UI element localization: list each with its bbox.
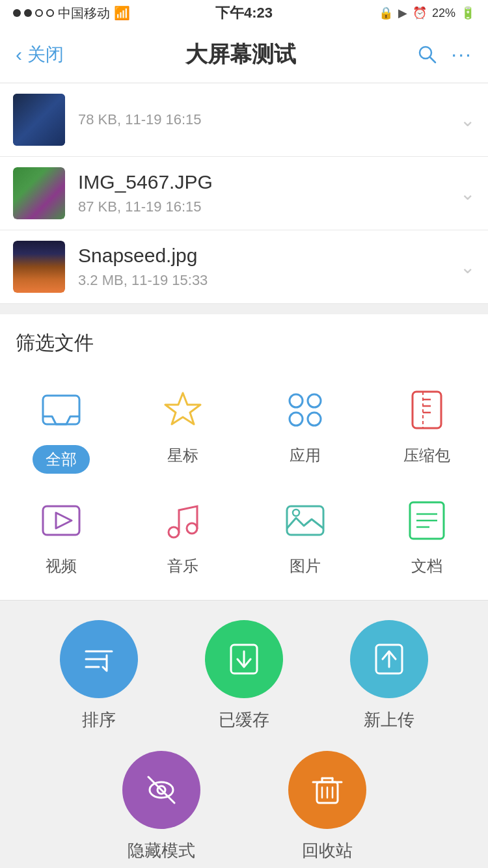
filter-item-apps[interactable]: 应用 [244,373,366,484]
filter-item-document[interactable]: 文档 [366,484,489,587]
action-section: 排序 已缓存 新上传 [0,601,488,868]
svg-rect-17 [287,506,323,535]
star-icon [157,384,209,436]
file-meta: 3.2 MB, 11-19 15:33 [78,272,460,289]
dot3 [35,9,43,17]
chevron-down-icon: ⌄ [460,109,475,131]
filter-label-apps: 应用 [290,445,321,466]
upload-circle [350,620,428,698]
apps-icon [279,384,331,436]
svg-point-6 [290,413,303,426]
filter-item-music[interactable]: 音乐 [122,484,245,587]
battery-label: 22% [432,7,455,20]
filter-label-music: 音乐 [167,556,198,576]
file-meta: 78 KB, 11-19 16:15 [78,111,460,128]
action-upload[interactable]: 新上传 [350,620,428,731]
action-trash[interactable]: 回收站 [288,751,366,862]
table-row[interactable]: Snapseed.jpg 3.2 MB, 11-19 15:33 ⌄ [0,230,488,304]
svg-point-16 [187,523,197,534]
svg-rect-2 [43,396,79,424]
filter-label-star: 星标 [167,445,198,466]
wifi-icon: 📶 [114,5,130,21]
file-info: Snapseed.jpg 3.2 MB, 11-19 15:33 [78,245,460,289]
filter-label-archive: 压缩包 [403,445,450,466]
nav-actions: ··· [417,42,472,66]
svg-point-18 [293,509,299,516]
filter-item-video[interactable]: 视频 [0,484,122,587]
svg-point-5 [308,394,321,407]
filter-item-all[interactable]: 全部 [0,373,122,484]
lock-icon: 🔒 [379,6,393,20]
action-cached[interactable]: 已缓存 [205,620,283,731]
document-icon [401,495,453,547]
status-left: 中国移动 📶 [13,5,130,22]
status-time: 下午4:23 [215,3,273,23]
back-chevron-icon: ‹ [16,44,22,66]
close-label[interactable]: 关闭 [27,42,64,67]
file-name: IMG_5467.JPG [78,171,460,193]
action-sort[interactable]: 排序 [60,620,138,731]
svg-point-7 [308,413,321,426]
signal-dots [13,9,54,17]
search-icon[interactable] [417,44,438,65]
file-info: IMG_5467.JPG 87 KB, 11-19 16:15 [78,171,460,215]
cached-circle [205,620,283,698]
chevron-down-icon: ⌄ [460,183,475,204]
alarm-icon: ⏰ [413,6,427,20]
carrier-label: 中国移动 [58,5,110,22]
hidden-circle [122,751,200,829]
status-bar: 中国移动 📶 下午4:23 🔒 ▶ ⏰ 22% 🔋 [0,0,488,26]
filter-section: 筛选文件 全部 星标 [0,314,488,601]
svg-point-4 [290,394,303,407]
file-thumbnail [13,94,65,146]
music-icon [157,495,209,547]
nav-title: 大屏幕测试 [185,40,296,70]
more-icon[interactable]: ··· [451,42,472,66]
cached-label: 已缓存 [219,709,269,731]
filter-label-document: 文档 [411,556,442,576]
file-list: 78 KB, 11-19 16:15 ⌄ IMG_5467.JPG 87 KB,… [0,83,488,304]
dot2 [24,9,32,17]
trash-label: 回收站 [302,839,353,862]
sort-label: 排序 [82,709,116,731]
table-row[interactable]: IMG_5467.JPG 87 KB, 11-19 16:15 ⌄ [0,157,488,230]
video-icon [35,495,87,547]
filter-title: 筛选文件 [0,314,488,367]
hidden-label: 隐藏模式 [128,839,195,862]
svg-rect-8 [413,392,441,428]
archive-icon [401,384,453,436]
action-hidden[interactable]: 隐藏模式 [122,751,200,862]
svg-point-15 [169,527,179,537]
file-thumbnail [13,167,65,219]
sort-circle [60,620,138,698]
upload-label: 新上传 [364,709,414,731]
battery-icon: 🔋 [461,6,475,20]
location-icon: ▶ [398,6,407,20]
action-row-1: 排序 已缓存 新上传 [26,620,462,731]
filter-grid: 全部 星标 应用 [0,367,488,600]
file-info: 78 KB, 11-19 16:15 [78,111,460,128]
filter-item-star[interactable]: 星标 [122,373,245,484]
inbox-icon [35,384,87,436]
filter-label-image: 图片 [290,556,321,576]
dot4 [46,9,54,17]
file-meta: 87 KB, 11-19 16:15 [78,198,460,215]
svg-marker-14 [56,513,72,528]
filter-label-video: 视频 [46,556,77,576]
nav-bar: ‹ 关闭 大屏幕测试 ··· [0,26,488,83]
dot1 [13,9,21,17]
svg-line-32 [148,777,174,803]
chevron-down-icon: ⌄ [460,256,475,278]
svg-marker-3 [165,393,200,424]
svg-rect-13 [43,506,79,535]
file-thumbnail [13,241,65,293]
status-right: 🔒 ▶ ⏰ 22% 🔋 [379,6,475,20]
filter-badge-all: 全部 [33,445,90,474]
svg-line-1 [430,57,435,62]
filter-item-image[interactable]: 图片 [244,484,366,587]
trash-circle [288,751,366,829]
filter-item-archive[interactable]: 压缩包 [366,373,489,484]
nav-back[interactable]: ‹ 关闭 [16,42,64,67]
action-row-2: 隐藏模式 回收站 [26,751,462,862]
table-row[interactable]: 78 KB, 11-19 16:15 ⌄ [0,83,488,157]
